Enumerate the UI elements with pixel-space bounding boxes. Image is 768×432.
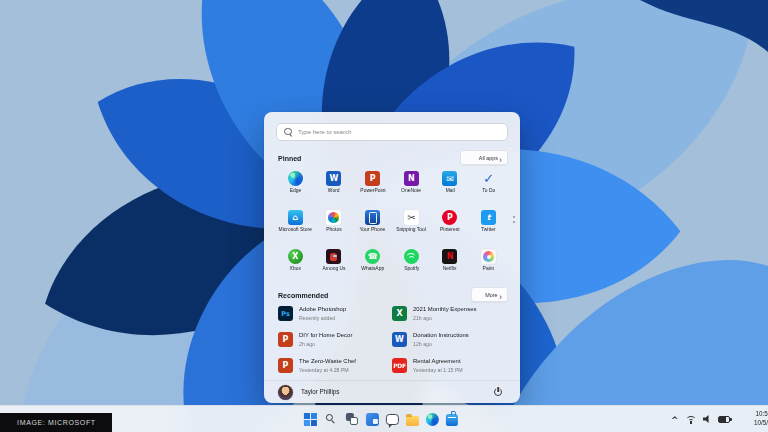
xbox-icon: X bbox=[288, 249, 303, 264]
edge-icon[interactable] bbox=[426, 413, 439, 426]
spotify-icon bbox=[404, 249, 419, 264]
twitter-icon: t bbox=[481, 210, 496, 225]
amongus-icon bbox=[326, 249, 341, 264]
taskbar-clock[interactable]: 10:51 AM 10/5/2021 bbox=[742, 410, 768, 428]
pinned-app-netflix[interactable]: N Netflix bbox=[431, 248, 470, 283]
recommended-subtitle: Yesterday at 4:28 PM bbox=[299, 367, 349, 372]
user-avatar[interactable] bbox=[278, 385, 293, 400]
power-icon bbox=[493, 387, 503, 397]
recommended-item[interactable]: X 2021 Monthly Expenses 21h ago bbox=[392, 304, 506, 323]
powerpoint-icon: P bbox=[365, 171, 380, 186]
app-label: Photos bbox=[315, 227, 353, 237]
app-label: PowerPoint bbox=[354, 188, 392, 198]
chat-icon[interactable] bbox=[386, 414, 399, 425]
pinned-app-todo[interactable]: ✓ To Do bbox=[469, 170, 508, 205]
system-tray bbox=[671, 406, 730, 432]
store-icon: ⌂ bbox=[288, 210, 303, 225]
pinned-app-amongus[interactable]: Among Us bbox=[315, 248, 354, 283]
image-credit: IMAGE: MICROSOFT bbox=[0, 413, 112, 432]
search-placeholder: Type here to search bbox=[298, 129, 351, 136]
app-label: Spotify bbox=[392, 266, 430, 276]
pinned-scroll-indicator[interactable] bbox=[513, 216, 515, 223]
search-icon bbox=[284, 128, 293, 137]
search-icon[interactable] bbox=[324, 412, 338, 426]
app-label: Pinterest bbox=[431, 227, 469, 237]
recommended-item[interactable]: Ps Adobe Photoshop Recently added bbox=[278, 304, 392, 323]
app-label: Word bbox=[315, 188, 353, 198]
pinned-app-powerpoint[interactable]: P PowerPoint bbox=[353, 170, 392, 205]
netflix-icon: N bbox=[442, 249, 457, 264]
pinned-app-whatsapp[interactable]: ☎ WhatsApp bbox=[353, 248, 392, 283]
app-label: Snipping Tool bbox=[392, 227, 430, 237]
pinned-app-photos[interactable]: Photos bbox=[315, 209, 354, 244]
tray-time: 10:51 AM bbox=[755, 411, 768, 417]
recommended-item[interactable]: P The Zero-Waste Chef Yesterday at 4:28 … bbox=[278, 356, 392, 375]
pinned-app-twitter[interactable]: t Twitter bbox=[469, 209, 508, 244]
recommended-title: Adobe Photoshop bbox=[299, 306, 346, 312]
widgets-icon[interactable] bbox=[366, 413, 379, 426]
recommended-title: Donation Instructions bbox=[413, 332, 469, 338]
edge-icon bbox=[288, 171, 303, 186]
power-button[interactable] bbox=[490, 384, 506, 400]
app-label: Paint bbox=[470, 266, 508, 276]
store-icon[interactable] bbox=[446, 414, 458, 426]
chevron-right-icon bbox=[499, 286, 502, 304]
chevron-right-icon bbox=[499, 149, 502, 167]
chevron-up-icon[interactable] bbox=[671, 414, 679, 424]
pinned-app-paint[interactable]: Paint bbox=[469, 248, 508, 283]
recommended-subtitle: Recently added bbox=[299, 315, 341, 320]
pinned-app-mail[interactable]: ✉ Mail bbox=[431, 170, 470, 205]
file-explorer-icon[interactable] bbox=[406, 416, 419, 426]
photos-icon bbox=[326, 210, 341, 225]
more-button[interactable]: More bbox=[471, 287, 508, 302]
pinned-app-spotify[interactable]: Spotify bbox=[392, 248, 431, 283]
recommended-subtitle: 21h ago bbox=[413, 315, 469, 320]
yourphone-icon bbox=[365, 210, 380, 225]
pinned-app-word[interactable]: W Word bbox=[315, 170, 354, 205]
taskbar-icons bbox=[304, 406, 458, 432]
desktop: { "wallpaper": {"credit": "IMAGE: MICROS… bbox=[0, 0, 768, 432]
pinterest-icon: P bbox=[442, 210, 457, 225]
recommended-section-title: Recommended bbox=[278, 292, 328, 300]
pinned-grid: Edge W Word P PowerPoint N OneNote ✉ Mai… bbox=[276, 170, 508, 283]
app-label: Twitter bbox=[470, 227, 508, 237]
app-label: Mail bbox=[431, 188, 469, 198]
recommended-grid: Ps Adobe Photoshop Recently added X 2021… bbox=[278, 304, 508, 375]
start-icon[interactable] bbox=[304, 413, 317, 426]
pinned-app-onenote[interactable]: N OneNote bbox=[392, 170, 431, 205]
powerpoint-icon: P bbox=[278, 358, 293, 373]
app-label: Netflix bbox=[431, 266, 469, 276]
snipping-icon: ✂ bbox=[404, 210, 419, 225]
battery-icon[interactable] bbox=[718, 416, 730, 423]
pinned-app-store[interactable]: ⌂ Microsoft Store bbox=[276, 209, 315, 244]
onenote-icon: N bbox=[404, 171, 419, 186]
recommended-item[interactable]: W Donation Instructions 12h ago bbox=[392, 330, 506, 349]
recommended-title: Rental Agreement bbox=[413, 358, 470, 364]
pinned-section-title: Pinned bbox=[278, 155, 301, 163]
recommended-subtitle: 12h ago bbox=[413, 341, 462, 346]
start-menu: Type here to search Pinned All apps Edge… bbox=[264, 112, 520, 403]
taskbar: 10:51 AM 10/5/2021 bbox=[0, 405, 768, 432]
recommended-item[interactable]: P DIY for Home Decor 2h ago bbox=[278, 330, 392, 349]
all-apps-button[interactable]: All apps bbox=[460, 150, 508, 165]
pinned-app-snipping[interactable]: ✂ Snipping Tool bbox=[392, 209, 431, 244]
recommended-title: The Zero-Waste Chef bbox=[299, 358, 356, 364]
recommended-subtitle: 2h ago bbox=[299, 341, 346, 346]
recommended-item[interactable]: PDF Rental Agreement Yesterday at 1:15 P… bbox=[392, 356, 506, 375]
pinned-app-pinterest[interactable]: P Pinterest bbox=[431, 209, 470, 244]
app-label: Among Us bbox=[315, 266, 353, 276]
user-name[interactable]: Taylor Phillips bbox=[301, 389, 340, 396]
app-label: OneNote bbox=[392, 188, 430, 198]
word-icon: W bbox=[326, 171, 341, 186]
task-view-icon[interactable] bbox=[345, 412, 359, 426]
pinned-app-yourphone[interactable]: Your Phone bbox=[353, 209, 392, 244]
powerpoint-icon: P bbox=[278, 332, 293, 347]
pinned-app-xbox[interactable]: X Xbox bbox=[276, 248, 315, 283]
app-label: Your Phone bbox=[354, 227, 392, 237]
worddoc-icon: W bbox=[392, 332, 407, 347]
search-input[interactable]: Type here to search bbox=[276, 123, 508, 141]
app-label: Microsoft Store bbox=[276, 227, 314, 237]
wifi-icon[interactable] bbox=[685, 415, 697, 424]
volume-icon[interactable] bbox=[703, 415, 712, 423]
pinned-app-edge[interactable]: Edge bbox=[276, 170, 315, 205]
